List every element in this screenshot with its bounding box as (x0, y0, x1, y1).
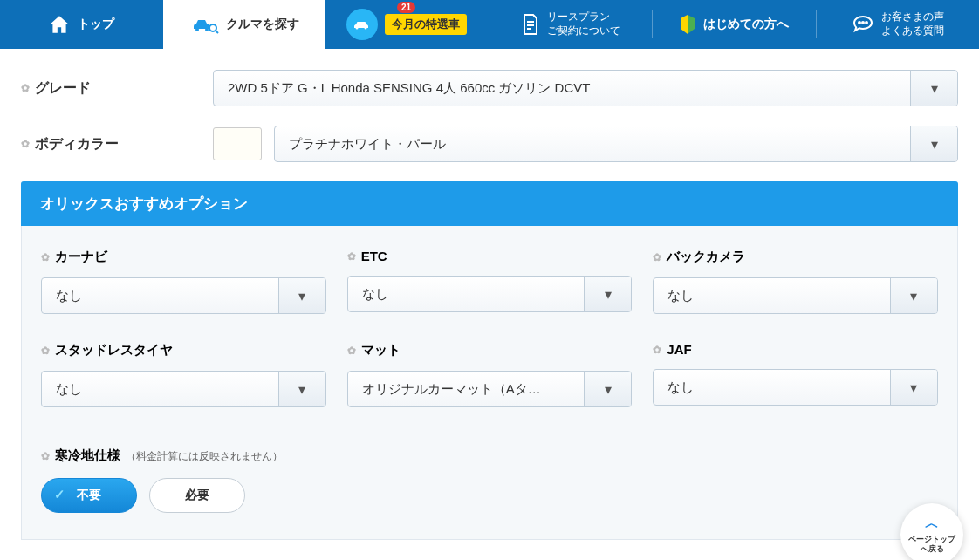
gear-icon: ✿ (347, 250, 356, 263)
option-label-text: バックカメラ (667, 249, 745, 265)
cold-region-section: ✿ 寒冷地仕様 （料金計算には反映されません） ✓ 不要 必要 (41, 447, 938, 513)
option-select[interactable]: なし▾ (347, 276, 633, 312)
cold-label: ✿ 寒冷地仕様 （料金計算には反映されません） (41, 447, 938, 464)
option-label: ✿JAF (653, 342, 938, 357)
navbar: トップ クルマを探す 21 今月の特選車 リースプラン ご契約について はじめて… (0, 0, 979, 49)
grade-select[interactable]: 2WD 5ドア G・L Honda SENSING 4人 660cc ガソリン … (213, 70, 958, 106)
grade-row: ✿ グレード 2WD 5ドア G・L Honda SENSING 4人 660c… (21, 70, 958, 106)
option-select-text: なし (42, 288, 278, 304)
option-item: ✿ETCなし▾ (347, 249, 633, 314)
options-body: ✿カーナビなし▾✿ETCなし▾✿バックカメラなし▾✿スタッドレスタイヤなし▾✿マ… (21, 226, 958, 540)
svg-point-4 (365, 27, 367, 30)
gear-icon: ✿ (41, 345, 50, 357)
chevron-down-icon: ▾ (910, 126, 957, 161)
option-label-text: カーナビ (55, 249, 107, 265)
content: ✿ グレード 2WD 5ドア G・L Honda SENSING 4人 660c… (0, 49, 979, 560)
gear-icon: ✿ (347, 345, 356, 357)
nav-beginner-label: はじめての方へ (703, 17, 789, 32)
option-item: ✿マットオリジナルカーマット（Aタ…▾ (347, 342, 633, 407)
option-label-text: マット (361, 342, 400, 359)
home-icon (48, 13, 71, 36)
cold-pill-group: ✓ 不要 必要 (41, 478, 938, 513)
nav-special-label: 今月の特選車 (385, 14, 467, 35)
option-label: ✿スタッドレスタイヤ (41, 342, 326, 359)
chevron-down-icon: ▾ (584, 277, 631, 311)
cold-yes-pill[interactable]: 必要 (149, 478, 245, 513)
gear-icon: ✿ (41, 251, 50, 263)
cold-no-pill[interactable]: ✓ 不要 (41, 478, 137, 513)
body-color-select[interactable]: プラチナホワイト・パール ▾ (274, 126, 958, 162)
option-select-text: なし (654, 379, 890, 396)
option-label: ✿バックカメラ (653, 249, 938, 265)
option-item: ✿スタッドレスタイヤなし▾ (41, 342, 326, 407)
gear-icon: ✿ (21, 82, 30, 94)
nav-top[interactable]: トップ (0, 0, 163, 49)
nav-search[interactable]: クルマを探す (163, 0, 326, 49)
chevron-down-icon: ▾ (890, 278, 937, 313)
nav-special[interactable]: 21 今月の特選車 (325, 0, 489, 49)
gear-icon: ✿ (41, 450, 50, 462)
svg-point-1 (205, 28, 209, 31)
body-color-label: ✿ ボディカラー (21, 135, 213, 154)
option-select[interactable]: なし▾ (41, 277, 326, 314)
page-top-button[interactable]: ︿ ページトップ へ戻る (900, 503, 963, 560)
nav-lease-line1: リースプラン (547, 10, 620, 24)
chevron-down-icon: ▾ (584, 372, 631, 406)
option-select-text: なし (348, 286, 585, 303)
chevron-down-icon: ▾ (890, 370, 937, 405)
body-color-select-text: プラチナホワイト・パール (275, 136, 910, 153)
beginner-mark-icon (679, 13, 696, 36)
svg-point-0 (195, 28, 199, 31)
body-color-row: ✿ ボディカラー プラチナホワイト・パール ▾ (21, 126, 958, 162)
chevron-down-icon: ▾ (278, 372, 325, 406)
nav-top-label: トップ (78, 17, 114, 32)
option-select[interactable]: なし▾ (653, 369, 938, 406)
pagetop-line2: へ戻る (921, 544, 944, 555)
svg-point-3 (356, 27, 359, 30)
cold-no-text: 不要 (77, 488, 101, 503)
car-search-icon (189, 15, 219, 34)
cold-label-text: 寒冷地仕様 (55, 447, 120, 464)
nav-beginner[interactable]: はじめての方へ (653, 0, 816, 49)
option-item: ✿バックカメラなし▾ (653, 249, 938, 314)
options-header: オリックスおすすめオプション (21, 181, 958, 226)
option-label: ✿マット (347, 342, 633, 359)
grade-select-text: 2WD 5ドア G・L Honda SENSING 4人 660cc ガソリン … (214, 80, 910, 97)
cold-yes-text: 必要 (185, 488, 209, 503)
gear-icon: ✿ (653, 344, 661, 356)
option-label: ✿ETC (347, 249, 633, 263)
chevron-down-icon: ▾ (910, 71, 957, 106)
chevron-up-icon: ︿ (925, 515, 939, 533)
nav-lease[interactable]: リースプラン ご契約について (490, 0, 653, 49)
option-select[interactable]: なし▾ (653, 277, 938, 314)
nav-voice-line2: よくある質問 (881, 24, 944, 38)
grade-label-text: グレード (35, 79, 91, 98)
option-item: ✿カーナビなし▾ (41, 249, 326, 314)
nav-voice-line1: お客さまの声 (881, 10, 944, 24)
svg-point-5 (859, 22, 860, 24)
option-select-text: なし (42, 381, 278, 398)
gear-icon: ✿ (21, 138, 30, 150)
document-icon (521, 13, 540, 36)
option-label-text: スタッドレスタイヤ (55, 342, 173, 359)
option-item: ✿JAFなし▾ (653, 342, 938, 407)
option-label-text: ETC (361, 249, 387, 263)
svg-point-7 (866, 22, 867, 24)
body-color-label-text: ボディカラー (35, 135, 119, 154)
car-circle-icon (346, 9, 378, 40)
svg-point-2 (209, 24, 216, 31)
check-icon: ✓ (54, 487, 65, 502)
chevron-down-icon: ▾ (278, 278, 325, 313)
speech-bubble-icon (852, 14, 874, 35)
nav-voice[interactable]: お客さまの声 よくある質問 (817, 0, 980, 49)
option-select-text: オリジナルカーマット（Aタ… (348, 381, 585, 398)
option-select[interactable]: なし▾ (41, 371, 326, 407)
option-select[interactable]: オリジナルカーマット（Aタ…▾ (347, 371, 633, 407)
color-swatch (213, 127, 262, 160)
option-label: ✿カーナビ (41, 249, 326, 265)
svg-point-6 (862, 22, 864, 24)
option-label-text: JAF (667, 342, 691, 357)
nav-lease-line2: ご契約について (547, 24, 620, 38)
special-badge: 21 (397, 2, 415, 13)
option-select-text: なし (654, 288, 890, 304)
